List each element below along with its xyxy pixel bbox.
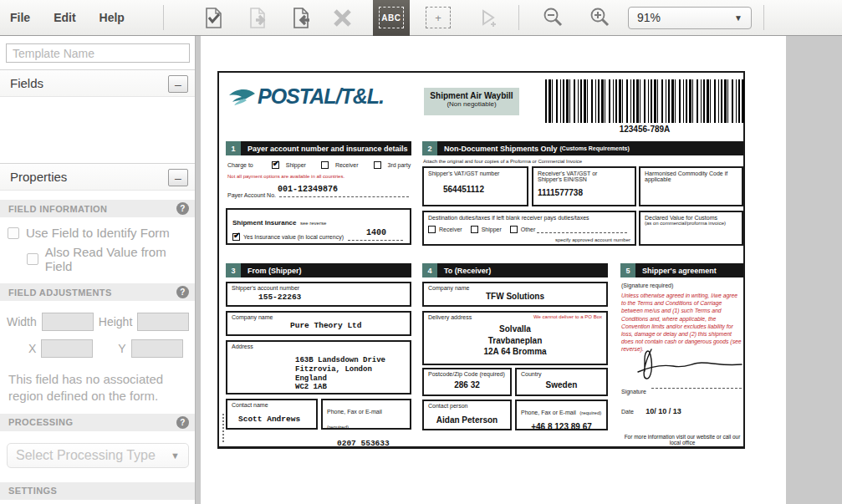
shipper-address-line: England bbox=[295, 374, 406, 384]
section2-title-note: (Customs Requirements) bbox=[560, 145, 630, 151]
template-name-input[interactable] bbox=[6, 43, 190, 63]
signature-line bbox=[651, 388, 742, 389]
receiver-vat-box: Receiver's VAT/GST or Shipper's EIN/SSN … bbox=[532, 166, 636, 206]
help-icon[interactable]: ? bbox=[176, 416, 189, 429]
wing-icon bbox=[227, 85, 256, 109]
section2-header: 2 Non-Document Shipments Only (Customs R… bbox=[422, 141, 743, 155]
duties-shipper-label: Shipper bbox=[482, 227, 502, 232]
shipper-company-value: Pure Theory Ltd bbox=[290, 321, 406, 330]
date-value: 10/ 10 / 13 bbox=[646, 407, 681, 415]
fields-collapse-button[interactable]: – bbox=[168, 75, 188, 93]
import-document-button[interactable] bbox=[284, 0, 321, 36]
receiver-contact-box: Contact person Aidan Peterson bbox=[422, 400, 512, 430]
duties-receiver-label: Receiver bbox=[439, 227, 462, 232]
height-input[interactable] bbox=[137, 313, 189, 331]
insurance-value-line bbox=[348, 240, 403, 241]
section4-header: 4 To (Receiver) bbox=[422, 263, 608, 277]
export-document-button bbox=[241, 0, 278, 36]
use-field-checkbox[interactable] bbox=[8, 227, 19, 239]
delivery-address-box: Delivery address We cannot deliver to a … bbox=[422, 311, 608, 365]
duties-note: specify approved account number bbox=[428, 237, 630, 242]
shipper-address-line: Fitzrovia, London bbox=[295, 365, 406, 374]
document-page[interactable]: POSTAL/T&L. Shipment Air Waybill (Non ne… bbox=[201, 36, 786, 504]
properties-panel-title: Properties bbox=[10, 170, 67, 184]
receiver-phone-label: Phone, Fax or E-mail bbox=[521, 410, 576, 415]
sidebar: Fields – Properties – FIELD INFORMATION … bbox=[0, 36, 196, 504]
payment-options-note: Not all payment options are available in… bbox=[227, 174, 344, 179]
x-input[interactable] bbox=[41, 339, 93, 358]
shipper-account-label: Shipper's account number bbox=[232, 285, 406, 291]
date-row: Date 10/ 10 / 13 bbox=[621, 402, 681, 417]
insurance-title: Shipment Insurance bbox=[232, 219, 296, 227]
shipper-company-box: Company name Pure Theory Ltd bbox=[226, 311, 411, 336]
country-label: Country bbox=[521, 371, 602, 377]
section4-number: 4 bbox=[422, 263, 437, 277]
shipper-vat-box: Shipper's VAT/GST number 564451112 bbox=[422, 166, 528, 206]
delivery-address-line: 12A 64 Bromma bbox=[428, 346, 602, 358]
attach-note: Attach the original and four copies of a… bbox=[423, 159, 582, 164]
po-box-warning: We cannot deliver to a PO Box bbox=[533, 314, 602, 320]
declared-value-label: Declared Value for Customs bbox=[645, 215, 737, 221]
y-input[interactable] bbox=[131, 339, 183, 358]
height-label: Height bbox=[99, 315, 132, 328]
menu-help[interactable]: Help bbox=[88, 11, 136, 24]
shipper-phone-required: (required) bbox=[327, 425, 349, 430]
y-label: Y bbox=[118, 342, 125, 355]
charge-to-row: Charge to Shipper Receiver 3rd party bbox=[227, 161, 411, 169]
shipper-address-line: 163B Landsdown Drive bbox=[295, 356, 406, 365]
use-field-checkbox-label: Use Field to Identify Form bbox=[26, 226, 170, 240]
third-party-checkbox bbox=[374, 161, 381, 169]
section1-header: 1 Payer account number and insurance det… bbox=[226, 141, 411, 155]
zoom-in-button[interactable] bbox=[581, 0, 618, 36]
settings-section-header[interactable]: SETTINGS bbox=[0, 482, 195, 500]
signature-required-note: (Signature required) bbox=[621, 283, 673, 288]
postcode-label: Postcode/Zip Code (required) bbox=[428, 371, 506, 377]
section3-header: 3 From (Shipper) bbox=[226, 263, 411, 277]
receiver-checkbox bbox=[321, 161, 329, 169]
caret-down-icon: ▼ bbox=[171, 451, 180, 461]
shipper-checkbox bbox=[272, 161, 279, 169]
declared-value-sublabel: (as on commercial/proforma invoice) bbox=[645, 221, 737, 226]
signature-label: Signature bbox=[621, 389, 646, 395]
validate-document-button[interactable] bbox=[196, 0, 232, 36]
section5-number: 5 bbox=[620, 263, 635, 277]
section1-number: 1 bbox=[226, 141, 241, 155]
insurance-option-label: Yes Insurance value (in local currency) bbox=[243, 234, 344, 240]
read-value-checkbox-row: Also Read Value from Field bbox=[27, 245, 195, 273]
field-adjustments-label: FIELD ADJUSTMENTS bbox=[8, 288, 112, 298]
signature-scribble bbox=[633, 344, 746, 383]
abc-region-tool-button[interactable]: ABC bbox=[373, 0, 410, 36]
zoom-out-button[interactable] bbox=[534, 0, 571, 36]
add-region-tool-button[interactable]: + bbox=[420, 0, 457, 36]
properties-panel-header: Properties – bbox=[0, 163, 195, 191]
toolbar: File Edit Help ABC + bbox=[0, 0, 842, 36]
menu-file[interactable]: File bbox=[0, 11, 42, 24]
processing-type-select[interactable]: Select Processing Type ▼ bbox=[7, 443, 189, 468]
shipper-address-box: Address 163B Landsdown Drive Fitzrovia, … bbox=[226, 340, 411, 395]
payer-account-line bbox=[279, 196, 409, 197]
menu-edit[interactable]: Edit bbox=[42, 11, 87, 24]
section5-title: Shipper's agreement bbox=[635, 263, 717, 277]
receiver-phone-value: +46 8 123 89 67 bbox=[521, 422, 602, 431]
duties-box: Destination duties/taxes if left blank r… bbox=[422, 211, 636, 246]
help-icon[interactable]: ? bbox=[176, 286, 189, 298]
read-value-checkbox[interactable] bbox=[27, 253, 38, 265]
shipper-phone-label: Phone, Fax or E-mail bbox=[327, 409, 382, 415]
postcode-value: 286 32 bbox=[428, 380, 506, 389]
width-input[interactable] bbox=[42, 313, 94, 331]
processing-type-placeholder: Select Processing Type bbox=[16, 448, 156, 463]
section2-title: Non-Document Shipments Only bbox=[444, 145, 558, 153]
shipper-contact-box: Contact name Scott Andrews bbox=[226, 399, 318, 430]
shipper-contact-label: Contact name bbox=[232, 402, 312, 408]
shipper-option-label: Shipper bbox=[286, 162, 306, 168]
section2-number: 2 bbox=[422, 141, 437, 155]
zoom-level-value: 91% bbox=[637, 11, 661, 24]
payer-account-label: Payer Account No. bbox=[227, 192, 276, 198]
abc-marquee-icon: ABC bbox=[379, 7, 404, 28]
properties-collapse-button[interactable]: – bbox=[168, 169, 188, 186]
zoom-level-select[interactable]: 91% ▼ bbox=[628, 7, 752, 29]
document-canvas: POSTAL/T&L. Shipment Air Waybill (Non ne… bbox=[196, 36, 842, 504]
help-icon[interactable]: ? bbox=[176, 202, 189, 215]
duties-shipper-checkbox bbox=[471, 226, 478, 233]
barcode-number: 123456-789A bbox=[545, 125, 744, 134]
